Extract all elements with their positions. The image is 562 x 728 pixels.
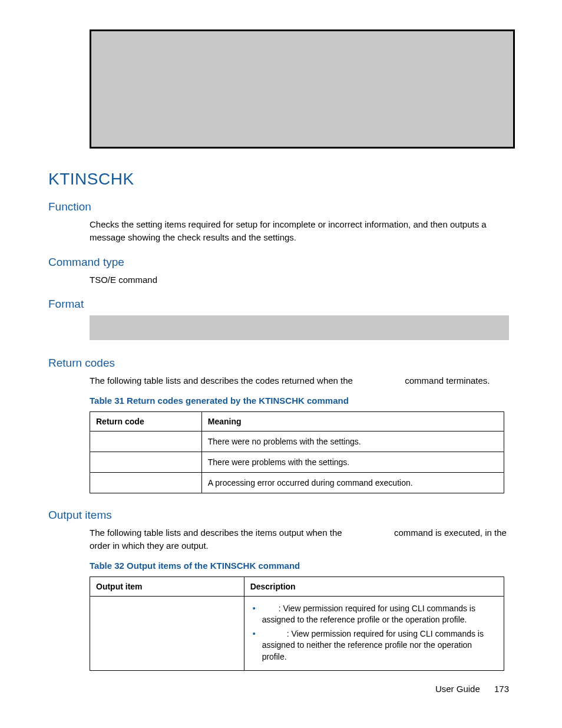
rc-code	[90, 431, 202, 452]
returncodes-caption: Table 31 Return codes generated by the K…	[90, 396, 509, 406]
footer-page-number: 173	[494, 684, 509, 694]
oi-desc-list: : View permission required for using CLI…	[250, 603, 498, 663]
oi-header-desc: Description	[244, 577, 504, 596]
table-row: There were no problems with the settings…	[90, 431, 504, 452]
page: KTINSCHK Function Checks the setting ite…	[0, 0, 562, 728]
oi-item	[90, 596, 244, 671]
table-row: : View permission required for using CLI…	[90, 596, 504, 671]
rc-header-code: Return code	[90, 412, 202, 431]
list-item: : View permission required for using CLI…	[250, 628, 498, 663]
format-placeholder	[90, 315, 509, 340]
section-format-title: Format	[48, 298, 509, 311]
oi-desc: : View permission required for using CLI…	[244, 596, 504, 671]
rc-code	[90, 452, 202, 473]
rc-header-meaning: Meaning	[201, 412, 504, 431]
section-function-title: Function	[48, 200, 509, 213]
table-header-row: Output item Description	[90, 577, 504, 596]
page-footer: User Guide 173	[435, 684, 509, 694]
command-title: KTINSCHK	[48, 170, 509, 189]
section-returncodes-title: Return codes	[48, 357, 509, 370]
outputitems-table: Output item Description : View permissio…	[90, 577, 504, 671]
table-header-row: Return code Meaning	[90, 412, 504, 431]
returncodes-table: Return code Meaning There were no proble…	[90, 411, 504, 493]
rc-meaning: There were no problems with the settings…	[201, 431, 504, 452]
outputitems-intro-before: The following table lists and describes …	[90, 528, 345, 538]
commandtype-text: TSO/E command	[90, 274, 509, 286]
function-text: Checks the setting items required for se…	[90, 218, 509, 244]
section-commandtype-title: Command type	[48, 256, 509, 269]
bullet-text: : View permission required for using CLI…	[262, 629, 484, 661]
figure-placeholder	[90, 29, 515, 149]
bullet-text: : View permission required for using CLI…	[262, 604, 475, 625]
table-row: A processing error occurred during comma…	[90, 473, 504, 493]
returncodes-intro-before: The following table lists and describes …	[90, 375, 355, 386]
outputitems-caption: Table 32 Output items of the KTINSCHK co…	[90, 561, 509, 571]
rc-meaning: There were problems with the settings.	[201, 452, 504, 473]
rc-code	[90, 473, 202, 493]
table-row: There were problems with the settings.	[90, 452, 504, 473]
returncodes-intro: The following table lists and describes …	[90, 374, 509, 387]
returncodes-intro-after: command terminates.	[405, 375, 490, 386]
oi-header-item: Output item	[90, 577, 244, 596]
footer-label: User Guide	[435, 684, 480, 694]
section-outputitems-title: Output items	[48, 509, 509, 522]
list-item: : View permission required for using CLI…	[250, 603, 498, 626]
outputitems-intro: The following table lists and describes …	[90, 526, 509, 552]
rc-meaning: A processing error occurred during comma…	[201, 473, 504, 493]
